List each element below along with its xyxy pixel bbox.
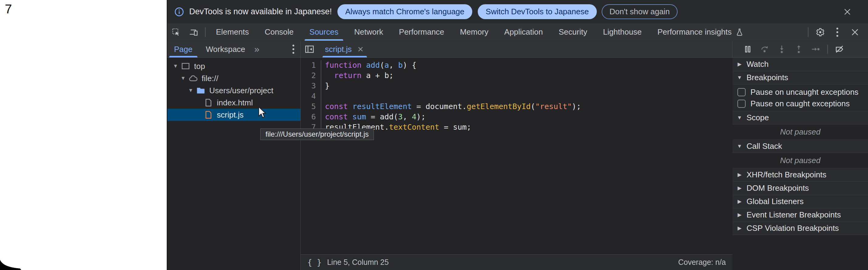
line-content <box>321 91 325 101</box>
code-line-4[interactable]: 4 <box>301 91 733 101</box>
flask-icon <box>735 28 744 36</box>
section-header-xhr-fetch-breakpoints[interactable]: ▶XHR/fetch Breakpoints <box>733 168 868 182</box>
tree-item-label: file:// <box>202 74 218 83</box>
close-icon <box>850 27 860 37</box>
always-match-chrome-s-language-button[interactable]: Always match Chrome's language <box>337 4 472 19</box>
editor-tab-scriptjs[interactable]: script.js <box>322 41 367 57</box>
step-button[interactable] <box>807 42 824 56</box>
section-header-watch[interactable]: ▶Watch <box>733 58 868 71</box>
navigator-more-button[interactable] <box>292 41 300 57</box>
more-tabs-button[interactable]: » <box>252 41 261 57</box>
section-header-event-listener-breakpoints[interactable]: ▶Event Listener Breakpoints <box>733 208 868 222</box>
code-line-6[interactable]: 6const sum = add(3, 4); <box>301 112 733 122</box>
step-over-icon <box>760 44 770 54</box>
code-line-2[interactable]: 2 return a + b; <box>301 70 733 81</box>
tree-item-top[interactable]: ▼ top <box>167 60 300 72</box>
step-out-button[interactable] <box>790 42 807 56</box>
sources-subtoolbar: PageWorkspace » script.js <box>167 41 868 58</box>
tab-label: Elements <box>216 27 249 37</box>
tree-item-index-html[interactable]: index.html <box>167 97 300 109</box>
step-over-button[interactable] <box>756 42 773 56</box>
section-status-text: Not paused <box>733 153 868 168</box>
tree-item-label: index.html <box>217 98 253 108</box>
tree-expand-arrow[interactable]: ▼ <box>170 63 181 69</box>
frame-icon <box>181 61 190 71</box>
inspect-element-button[interactable] <box>167 23 185 41</box>
step-into-icon <box>777 44 786 54</box>
step-into-button[interactable] <box>773 42 790 56</box>
navigator-tab-page[interactable]: Page <box>167 41 199 57</box>
section-header-call-stack[interactable]: ▼Call Stack <box>733 140 868 153</box>
line-number[interactable]: 4 <box>301 91 321 101</box>
code-line-5[interactable]: 5const resultElement = document.getEleme… <box>301 101 733 112</box>
settings-button[interactable] <box>811 23 829 41</box>
tab-performance-insights[interactable]: Performance insights <box>650 23 752 41</box>
line-number[interactable]: 5 <box>301 101 321 112</box>
line-number[interactable]: 2 <box>301 70 321 81</box>
line-number[interactable]: 1 <box>301 60 321 70</box>
line-content: const resultElement = document.getElemen… <box>321 101 581 112</box>
tab-label: Performance insights <box>657 27 732 37</box>
don-t-show-again-button[interactable]: Don't show again <box>602 4 678 19</box>
close-devtools-button[interactable] <box>846 23 864 41</box>
tab-elements[interactable]: Elements <box>208 23 257 41</box>
checkbox-pause-on-uncaught-exceptions[interactable]: Pause on uncaught exceptions <box>733 86 868 98</box>
pause-icon <box>743 44 752 54</box>
more-options-button[interactable] <box>829 23 846 41</box>
tab-label: Sources <box>309 27 338 37</box>
tab-label: Memory <box>460 27 488 37</box>
file-path-tooltip: file:///Users/user/project/script.js <box>260 128 374 140</box>
tab-application[interactable]: Application <box>496 23 551 41</box>
tab-security[interactable]: Security <box>551 23 595 41</box>
file-js-icon <box>204 110 213 120</box>
tab-memory[interactable]: Memory <box>452 23 496 41</box>
close-icon <box>843 7 852 17</box>
chevron-double-icon: » <box>254 44 259 54</box>
section-label: Scope <box>746 113 769 122</box>
banner-close-button[interactable] <box>841 6 854 18</box>
switch-devtools-to-japanese-button[interactable]: Switch DevTools to Japanese <box>478 4 597 19</box>
tab-sources[interactable]: Sources <box>302 23 346 41</box>
braces-icon: { } <box>307 258 322 267</box>
device-toolbar-button[interactable] <box>185 23 203 41</box>
page-result-text: 7 <box>5 2 12 17</box>
navigator-tab-workspace[interactable]: Workspace <box>199 41 252 57</box>
line-number[interactable]: 6 <box>301 112 321 122</box>
checkbox-icon[interactable] <box>737 88 746 96</box>
code-line-3[interactable]: 3} <box>301 81 733 91</box>
checkbox-icon[interactable] <box>737 100 746 108</box>
tree-item-users-user-project[interactable]: ▼ Users/user/project <box>167 84 300 97</box>
line-number[interactable]: 3 <box>301 81 321 91</box>
file-navigator: ▼ top▼ file://▼ Users/user/project index… <box>167 58 301 270</box>
tab-network[interactable]: Network <box>346 23 391 41</box>
triangle-down-icon: ▼ <box>733 115 746 121</box>
checkbox-pause-on-caught-exceptions[interactable]: Pause on caught exceptions <box>733 98 868 109</box>
tree-expand-arrow[interactable]: ▼ <box>186 87 196 94</box>
hide-navigator-button[interactable] <box>301 41 318 57</box>
panel-tabs: ElementsConsoleSourcesNetworkPerformance… <box>208 23 752 41</box>
tree-expand-arrow[interactable]: ▼ <box>178 75 188 81</box>
section-header-dom-breakpoints[interactable]: ▶DOM Breakpoints <box>733 182 868 195</box>
section-label: Call Stack <box>746 142 782 151</box>
tab-lighthouse[interactable]: Lighthouse <box>595 23 649 41</box>
tab-console[interactable]: Console <box>257 23 301 41</box>
triangle-right-icon: ▶ <box>733 198 746 205</box>
tree-item-label: Users/user/project <box>209 86 273 95</box>
pause-button[interactable] <box>739 42 756 56</box>
section-label: Global Listeners <box>746 197 804 206</box>
tab-performance[interactable]: Performance <box>391 23 452 41</box>
code-lines[interactable]: 1function add(a, b) {2 return a + b;3}45… <box>301 58 733 254</box>
triangle-right-icon: ▶ <box>733 185 746 191</box>
banner-message: DevTools is now available in Japanese! <box>189 7 332 17</box>
tree-item-file[interactable]: ▼ file:// <box>167 72 300 84</box>
section-header-breakpoints[interactable]: ▼Breakpoints <box>733 71 868 84</box>
close-icon[interactable] <box>356 45 365 53</box>
code-line-1[interactable]: 1function add(a, b) { <box>301 60 733 70</box>
section-header-csp-violation-breakpoints[interactable]: ▶CSP Violation Breakpoints <box>733 222 868 235</box>
tree-item-script-js[interactable]: script.js <box>167 109 300 121</box>
section-header-scope[interactable]: ▼Scope <box>733 111 868 124</box>
desktop: 7 DevTools is now available in Japanese!… <box>0 0 868 270</box>
section-header-global-listeners[interactable]: ▶Global Listeners <box>733 195 868 208</box>
deactivate-breakpoints-button[interactable] <box>831 42 848 56</box>
section-label: XHR/fetch Breakpoints <box>746 170 827 179</box>
